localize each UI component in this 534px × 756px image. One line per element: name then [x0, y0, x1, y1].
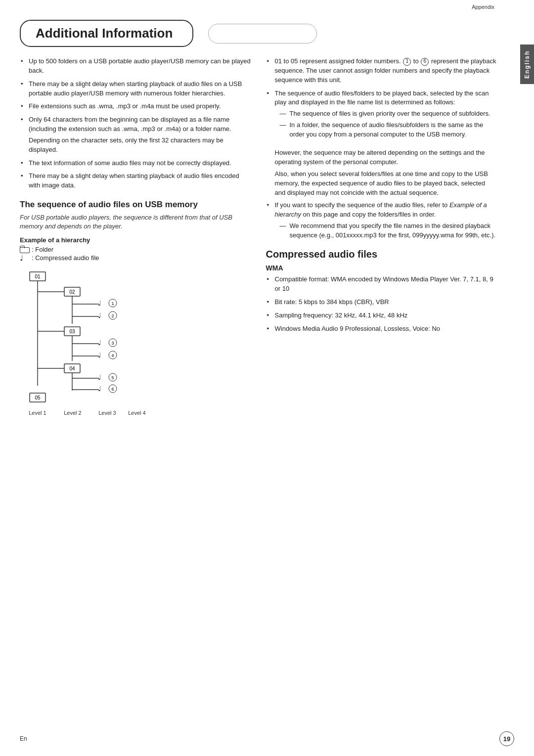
circled-6: 6: [421, 58, 429, 66]
svg-text:♩: ♩: [98, 385, 101, 393]
top-bar: Appendix: [0, 0, 534, 11]
list-item: There may be a slight delay when startin…: [20, 172, 251, 190]
music-note-icon: ♩: [20, 254, 29, 262]
list-item: There may be a slight delay when startin…: [20, 80, 251, 98]
svg-text:05: 05: [35, 395, 41, 400]
svg-text:♩: ♩: [98, 311, 101, 319]
example-heading: Example of a hierarchy: [20, 236, 251, 244]
list-item: Compatible format: WMA encoded by Window…: [266, 275, 497, 294]
level1-label: Level 1: [25, 410, 50, 416]
svg-text:03: 03: [69, 329, 75, 334]
legend-folder: : Folder: [20, 246, 251, 253]
list-item: Windows Media Audio 9 Professional, Loss…: [266, 324, 497, 334]
list-item: The sequence of audio files/folders to b…: [266, 89, 497, 139]
list-item: Bit rate: 5 kbps to 384 kbps (CBR), VBR: [266, 298, 497, 307]
svg-text:04: 04: [69, 366, 75, 371]
svg-text:♩: ♩: [98, 351, 101, 359]
list-item: Only 64 characters from the beginning ca…: [20, 115, 251, 154]
italic-description: For USB portable audio players, the sequ…: [20, 213, 251, 231]
right-bullet-list: 01 to 05 represent assigned folder numbe…: [266, 57, 497, 139]
level2-label: Level 2: [55, 410, 90, 416]
circled-1: 1: [403, 58, 411, 66]
svg-text:♩: ♩: [98, 373, 101, 381]
wma-heading: WMA: [266, 264, 497, 272]
header-right-box: [208, 24, 317, 44]
list-item: 01 to 05 represent assigned folder numbe…: [266, 57, 497, 85]
svg-text:1: 1: [111, 301, 114, 306]
legend-music-label: : Compressed audio file: [32, 254, 99, 262]
page-number: 19: [499, 731, 514, 746]
svg-text:5: 5: [111, 375, 114, 380]
svg-text:♩: ♩: [98, 339, 101, 347]
footer: En 19: [0, 731, 534, 746]
sub-list-item: We recommend that you specify the file n…: [280, 222, 497, 240]
header-section: Additional Information: [0, 11, 534, 47]
sub-list-item: In a folder, the sequence of audio files…: [280, 121, 497, 139]
right-bullet-list-2: If you want to specify the sequence of t…: [266, 201, 497, 240]
page: Appendix English Additional Information …: [0, 0, 534, 756]
svg-text:4: 4: [111, 353, 114, 358]
svg-text:02: 02: [69, 289, 75, 295]
legend-music: ♩ : Compressed audio file: [20, 254, 251, 262]
list-item: File extensions such as .wma, .mp3 or .m…: [20, 102, 251, 111]
para-however: However, the sequence may be altered dep…: [266, 148, 497, 167]
svg-text:3: 3: [111, 341, 114, 346]
hierarchy-diagram: 01 02 ♩ 1 ♩: [25, 267, 251, 407]
level-labels: Level 1 Level 2 Level 3 Level 4: [25, 410, 251, 416]
svg-text:♩: ♩: [98, 299, 101, 307]
para-also: Also, when you select several folders/fi…: [266, 170, 497, 198]
list-item: Up to 500 folders on a USB portable audi…: [20, 57, 251, 76]
sub-list-2: We recommend that you specify the file n…: [280, 222, 497, 240]
svg-text:2: 2: [111, 313, 114, 318]
legend: : Folder ♩ : Compressed audio file: [20, 246, 251, 262]
left-bullet-list: Up to 500 folders on a USB portable audi…: [20, 57, 251, 190]
compressed-heading: Compressed audio files: [266, 249, 497, 260]
sub-list-item: The sequence of files is given priority …: [280, 109, 497, 119]
hierarchy-svg: 01 02 ♩ 1 ♩: [25, 267, 203, 405]
list-item: Sampling frequency: 32 kHz, 44.1 kHz, 48…: [266, 311, 497, 320]
level3-label: Level 3: [90, 410, 125, 416]
en-label: En: [20, 735, 27, 742]
main-content: Up to 500 folders on a USB portable audi…: [0, 47, 534, 426]
left-column: Up to 500 folders on a USB portable audi…: [20, 57, 251, 416]
folder-icon: [20, 246, 29, 253]
right-column: 01 to 05 represent assigned folder numbe…: [266, 57, 507, 416]
svg-text:6: 6: [111, 387, 114, 392]
list-item: If you want to specify the sequence of t…: [266, 201, 497, 240]
english-tab: English: [520, 44, 534, 84]
legend-folder-label: : Folder: [32, 246, 53, 253]
appendix-label: Appendix: [472, 4, 494, 10]
sub-list: The sequence of files is given priority …: [280, 109, 497, 139]
wma-bullet-list: Compatible format: WMA encoded by Window…: [266, 275, 497, 333]
italic-ref: Example of a hierarchy: [275, 201, 487, 218]
list-item: The text information of some audio files…: [20, 159, 251, 168]
section-heading-usb: The sequence of audio files on USB memor…: [20, 199, 251, 210]
svg-text:01: 01: [35, 274, 41, 279]
page-title: Additional Information: [20, 20, 193, 47]
level4-label: Level 4: [125, 410, 149, 416]
